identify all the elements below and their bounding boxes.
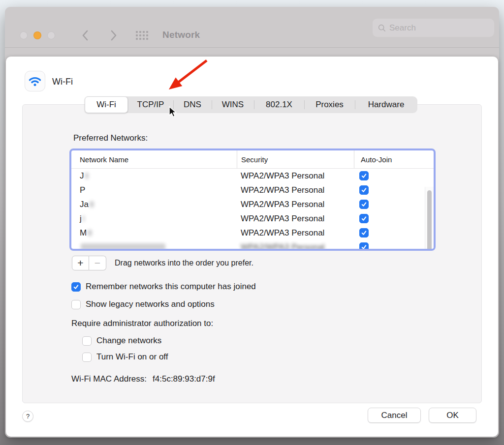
remember-networks-label: Remember networks this computer has join… bbox=[86, 282, 256, 292]
tab-proxies[interactable]: Proxies bbox=[304, 96, 355, 113]
help-button[interactable]: ? bbox=[22, 411, 33, 422]
auto-join-checkbox[interactable] bbox=[359, 242, 369, 249]
drag-networks-hint: Drag networks into the order you prefer. bbox=[115, 259, 253, 267]
remove-network-button[interactable]: − bbox=[89, 256, 106, 270]
forward-button[interactable] bbox=[107, 29, 120, 42]
auto-join-checkbox[interactable] bbox=[359, 228, 369, 237]
table-row[interactable]: M WPA2/WPA3 Personal bbox=[71, 226, 434, 240]
redacted-name-blur bbox=[85, 173, 89, 179]
table-row[interactable]: Ja WPA2/WPA3 Personal bbox=[71, 197, 434, 211]
column-header-security[interactable]: Security bbox=[237, 150, 354, 168]
auto-join-checkbox[interactable] bbox=[359, 214, 369, 223]
wifi-icon bbox=[25, 71, 45, 91]
chevron-left-icon bbox=[80, 30, 90, 41]
network-window: Network Search Wi-Fi Wi-Fi TCP/IP DNS WI… bbox=[5, 7, 499, 438]
tab-bar: Wi-Fi TCP/IP DNS WINS 802.1X Proxies Har… bbox=[85, 96, 417, 113]
mac-address-row: Wi-Fi MAC Address: f4:5c:89:93:d7:9f bbox=[71, 374, 215, 384]
close-button[interactable] bbox=[20, 31, 28, 39]
remember-networks-option: Remember networks this computer has join… bbox=[71, 282, 256, 292]
legacy-networks-option: Show legacy networks and options bbox=[71, 299, 215, 309]
redacted-name-blur bbox=[81, 243, 165, 249]
column-header-auto-join[interactable]: Auto-Join bbox=[354, 150, 426, 168]
change-networks-option: Change networks bbox=[82, 336, 161, 346]
minimize-button[interactable] bbox=[33, 31, 41, 39]
scrollbar-thumb[interactable] bbox=[427, 190, 432, 249]
change-networks-label: Change networks bbox=[96, 336, 161, 346]
back-button[interactable] bbox=[79, 29, 92, 42]
search-icon bbox=[378, 24, 386, 32]
auto-join-checkbox[interactable] bbox=[359, 185, 369, 195]
add-remove-controls: + − bbox=[72, 256, 106, 270]
table-row[interactable]: P WPA2/WPA3 Personal bbox=[71, 183, 434, 197]
tab-wins[interactable]: WINS bbox=[212, 96, 254, 113]
zoom-button[interactable] bbox=[47, 31, 55, 39]
search-input[interactable]: Search bbox=[373, 19, 494, 37]
traffic-lights bbox=[20, 31, 55, 39]
sheet-title: Wi-Fi bbox=[52, 77, 73, 87]
auto-join-checkbox[interactable] bbox=[359, 171, 369, 180]
tab-dns[interactable]: DNS bbox=[173, 96, 212, 113]
preferred-networks-label: Preferred Networks: bbox=[73, 133, 148, 143]
window-title: Network bbox=[162, 30, 200, 40]
turn-wifi-label: Turn Wi-Fi on or off bbox=[96, 352, 168, 362]
table-row-partial[interactable]: WPA2/WPA3 Personal bbox=[71, 240, 434, 249]
table-header: Network Name Security Auto-Join bbox=[71, 150, 434, 169]
wifi-settings-sheet: Wi-Fi Wi-Fi TCP/IP DNS WINS 802.1X Proxi… bbox=[6, 57, 498, 437]
legacy-networks-checkbox[interactable] bbox=[71, 300, 81, 309]
tab-wifi[interactable]: Wi-Fi bbox=[85, 96, 128, 113]
turn-wifi-checkbox[interactable] bbox=[82, 353, 92, 362]
table-scrollbar[interactable] bbox=[425, 187, 434, 249]
window-toolbar: Network Search bbox=[5, 7, 499, 48]
redacted-name-blur bbox=[83, 215, 85, 222]
change-networks-checkbox[interactable] bbox=[82, 336, 92, 346]
mac-address-label: Wi-Fi MAC Address: bbox=[71, 374, 147, 384]
search-placeholder: Search bbox=[389, 23, 416, 33]
add-network-button[interactable]: + bbox=[72, 256, 89, 270]
mouse-cursor-icon bbox=[168, 106, 178, 120]
ok-button[interactable]: OK bbox=[429, 408, 476, 423]
mac-address-value: f4:5c:89:93:d7:9f bbox=[153, 374, 215, 384]
tab-tcpip[interactable]: TCP/IP bbox=[128, 96, 173, 113]
tab-8021x[interactable]: 802.1X bbox=[254, 96, 304, 113]
redacted-name-blur bbox=[88, 230, 92, 236]
column-header-network-name[interactable]: Network Name bbox=[71, 155, 237, 164]
cancel-button[interactable]: Cancel bbox=[368, 408, 421, 423]
turn-wifi-option: Turn Wi-Fi on or off bbox=[82, 352, 168, 362]
show-all-grid-icon[interactable] bbox=[136, 31, 148, 40]
table-row[interactable]: j WPA2/WPA3 Personal bbox=[71, 211, 434, 226]
table-body: J WPA2/WPA3 Personal P WPA2/WPA3 Persona… bbox=[71, 169, 434, 249]
remember-networks-checkbox[interactable] bbox=[71, 282, 81, 292]
redacted-name-blur bbox=[90, 201, 94, 208]
admin-authorization-label: Require administrator authorization to: bbox=[71, 319, 213, 328]
legacy-networks-label: Show legacy networks and options bbox=[86, 299, 215, 309]
tab-hardware[interactable]: Hardware bbox=[355, 96, 417, 113]
chevron-right-icon bbox=[109, 30, 119, 41]
table-row[interactable]: J WPA2/WPA3 Personal bbox=[71, 169, 434, 183]
wifi-tab-panel: Preferred Networks: Network Name Securit… bbox=[22, 104, 482, 403]
preferred-networks-table[interactable]: Network Name Security Auto-Join J WPA2/W… bbox=[69, 148, 436, 251]
auto-join-checkbox[interactable] bbox=[359, 200, 369, 209]
